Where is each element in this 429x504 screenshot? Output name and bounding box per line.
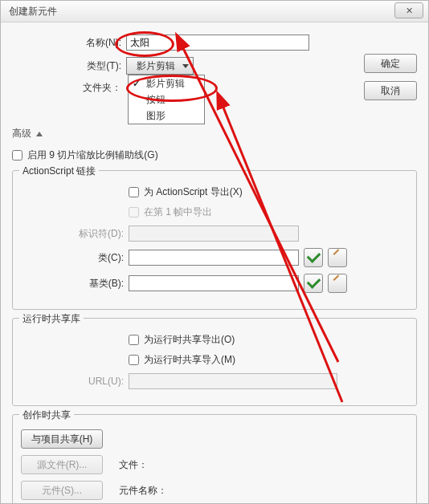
name-input[interactable] <box>126 35 309 51</box>
check-icon <box>306 274 321 289</box>
authortime-share-legend: 创作时共享 <box>19 408 74 422</box>
source-file-button[interactable]: 源文件(R)... <box>21 455 103 474</box>
triangle-up-icon <box>36 132 43 136</box>
ok-button[interactable]: 确定 <box>364 54 417 73</box>
authortime-share-group: 创作时共享 与项目共享(H) 源文件(R)... 文件： 元件(S)... 元件… <box>12 414 417 504</box>
export-frame1-check-row: 在第 1 帧中导出 <box>129 205 212 219</box>
runtime-share-legend: 运行时共享库 <box>19 312 84 326</box>
folder-label: 文件夹： <box>12 81 126 95</box>
name-label: 名称(N): <box>12 36 126 50</box>
cancel-button[interactable]: 取消 <box>364 81 417 100</box>
symbol-button[interactable]: 元件(S)... <box>21 481 103 500</box>
close-icon: ✕ <box>406 6 413 16</box>
file-prefix-label: 文件： <box>119 458 148 472</box>
runtime-share-group: 运行时共享库 为运行时共享导出(O) 为运行时共享导入(M) URL(U): <box>12 318 417 406</box>
type-label: 类型(T): <box>12 59 126 73</box>
base-class-edit-button[interactable] <box>328 274 347 293</box>
dialog-body: 名称(N): 类型(T): 影片剪辑 文件夹： 确定 取消 ✓ 影片剪辑 按钮 <box>1 22 428 503</box>
dialog-window: 创建新元件 ✕ 名称(N): 类型(T): 影片剪辑 文件夹： 确定 取消 ✓ <box>0 0 429 504</box>
actionscript-group: ActionScript 链接 为 ActionScript 导出(X) 在第 … <box>12 170 417 310</box>
slice9-checkbox-row: 启用 9 切片缩放比例辅助线(G) <box>12 148 417 162</box>
type-combobox[interactable]: 影片剪辑 <box>126 57 194 75</box>
import-share-check-row: 为运行时共享导入(M) <box>129 353 235 367</box>
import-share-checkbox[interactable] <box>129 355 139 365</box>
export-frame1-checkbox <box>129 207 139 217</box>
dropdown-item-movieclip[interactable]: ✓ 影片剪辑 <box>129 75 204 91</box>
base-class-label: 基类(B): <box>21 277 129 291</box>
symbol-name-prefix-label: 元件名称： <box>119 484 167 498</box>
class-edit-button[interactable] <box>328 248 347 267</box>
check-icon <box>306 249 321 263</box>
pencil-icon <box>333 278 342 288</box>
actionscript-legend: ActionScript 链接 <box>19 165 99 178</box>
type-dropdown-menu: ✓ 影片剪辑 按钮 图形 <box>128 75 205 124</box>
title-bar: 创建新元件 ✕ <box>1 1 428 22</box>
export-as-checkbox[interactable] <box>129 187 139 197</box>
export-share-checkbox[interactable] <box>129 335 139 345</box>
window-title: 创建新元件 <box>9 5 57 18</box>
check-icon: ✓ <box>133 78 141 89</box>
class-label: 类(C): <box>21 251 129 265</box>
advanced-toggle[interactable]: 高级 <box>12 127 417 140</box>
type-value: 影片剪辑 <box>137 59 175 73</box>
identifier-input <box>129 226 299 242</box>
dropdown-item-graphic[interactable]: 图形 <box>129 108 204 124</box>
chevron-down-icon <box>182 64 189 68</box>
slice9-checkbox[interactable] <box>12 150 22 161</box>
url-label: URL(U): <box>21 376 129 387</box>
dropdown-item-button[interactable]: 按钮 <box>129 91 204 108</box>
class-input[interactable] <box>129 250 299 266</box>
export-as-check-row: 为 ActionScript 导出(X) <box>129 185 243 199</box>
pencil-icon <box>333 253 342 262</box>
export-share-check-row: 为运行时共享导出(O) <box>129 333 235 347</box>
close-button[interactable]: ✕ <box>394 2 423 18</box>
identifier-label: 标识符(D): <box>21 227 129 241</box>
class-validate-button[interactable] <box>304 248 323 267</box>
base-class-validate-button[interactable] <box>304 274 323 293</box>
slice9-label: 启用 9 切片缩放比例辅助线(G) <box>27 148 158 162</box>
base-class-input[interactable] <box>129 275 299 291</box>
share-project-button[interactable]: 与项目共享(H) <box>21 429 103 449</box>
url-input <box>129 373 337 389</box>
